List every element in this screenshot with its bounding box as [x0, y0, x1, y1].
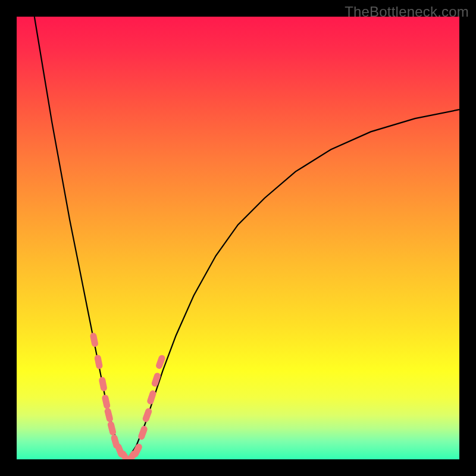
benchmark-marker — [101, 394, 111, 409]
benchmark-marker — [142, 407, 153, 422]
benchmark-marker — [104, 408, 114, 423]
svg-rect-2 — [98, 377, 107, 392]
marker-layer — [89, 332, 166, 459]
svg-rect-12 — [142, 407, 153, 422]
curve-layer — [35, 17, 459, 459]
benchmark-marker — [94, 354, 103, 369]
benchmark-marker — [137, 425, 149, 440]
chart-frame: TheBottleneck.com — [0, 0, 476, 476]
svg-rect-4 — [104, 408, 114, 423]
benchmark-marker — [107, 421, 117, 436]
svg-rect-11 — [137, 425, 149, 440]
curve-right-branch — [127, 109, 459, 459]
plot-area — [17, 17, 459, 459]
svg-rect-13 — [146, 390, 157, 405]
chart-svg — [17, 17, 459, 459]
svg-rect-0 — [89, 332, 98, 347]
benchmark-marker — [89, 332, 98, 347]
benchmark-marker — [146, 390, 157, 405]
svg-rect-5 — [107, 421, 117, 436]
benchmark-marker — [98, 377, 107, 392]
svg-rect-1 — [94, 354, 103, 369]
svg-rect-3 — [101, 394, 111, 409]
curve-left-branch — [35, 17, 127, 459]
watermark-text: TheBottleneck.com — [345, 4, 469, 20]
